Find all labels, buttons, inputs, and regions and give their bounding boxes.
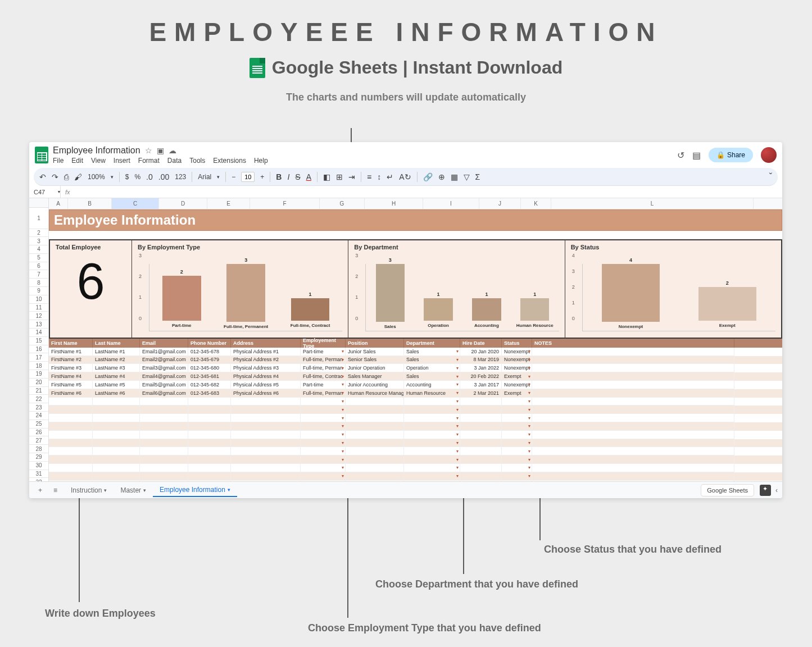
column-header-F[interactable]: F — [250, 198, 320, 209]
share-button[interactable]: 🔒Share — [709, 148, 753, 162]
table-cell[interactable] — [93, 405, 140, 414]
table-cell[interactable]: LastName #6 — [93, 389, 140, 398]
table-cell[interactable] — [49, 398, 93, 406]
table-cell[interactable]: Sales — [404, 372, 460, 381]
table-cell[interactable] — [231, 447, 301, 455]
table-cell[interactable]: Physical Address #2 — [231, 356, 301, 364]
table-cell[interactable] — [460, 398, 502, 406]
table-cell[interactable] — [93, 455, 140, 464]
table-cell[interactable] — [502, 464, 532, 472]
column-header-A[interactable]: A — [49, 198, 68, 209]
percent-icon[interactable]: % — [134, 173, 140, 181]
rotate-icon[interactable]: A↻ — [399, 172, 411, 181]
zoom-selector[interactable]: 100% — [88, 173, 105, 181]
add-sheet-button[interactable]: + — [34, 484, 47, 496]
table-cell[interactable] — [301, 431, 346, 439]
filter-icon[interactable]: ▽ — [464, 172, 470, 181]
table-cell[interactable] — [140, 455, 188, 464]
doc-title[interactable]: Employee Information — [53, 145, 140, 156]
table-cell[interactable]: 3 Jan 2017 — [460, 381, 502, 389]
table-cell[interactable] — [532, 372, 734, 381]
row-header[interactable]: 17 — [29, 353, 48, 362]
column-header-J[interactable]: J — [479, 198, 521, 209]
table-cell[interactable] — [502, 447, 532, 455]
table-cell[interactable] — [460, 431, 502, 439]
comment-icon[interactable]: ▤ — [692, 150, 701, 161]
table-cell[interactable]: Sales — [404, 348, 460, 356]
row-header[interactable]: 6 — [29, 262, 48, 271]
table-cell[interactable] — [231, 439, 301, 448]
table-header-cell[interactable]: Department — [404, 339, 460, 348]
table-cell[interactable] — [346, 405, 404, 414]
table-cell[interactable]: Nonexempt — [502, 348, 532, 356]
table-cell[interactable] — [188, 431, 231, 439]
table-cell[interactable]: Exempt — [502, 372, 532, 381]
menu-view[interactable]: View — [91, 157, 106, 165]
table-cell[interactable] — [404, 455, 460, 464]
table-cell[interactable]: Part-time — [301, 348, 346, 356]
table-cell[interactable] — [532, 447, 734, 455]
table-cell[interactable] — [532, 431, 734, 439]
table-cell[interactable] — [93, 472, 140, 481]
table-cell[interactable] — [188, 422, 231, 431]
table-cell[interactable] — [140, 414, 188, 422]
table-cell[interactable] — [93, 431, 140, 439]
table-cell[interactable] — [231, 464, 301, 472]
table-cell[interactable]: Physical Address #1 — [231, 348, 301, 356]
menu-data[interactable]: Data — [167, 157, 182, 165]
table-row-empty[interactable] — [49, 447, 782, 455]
table-cell[interactable] — [231, 405, 301, 414]
table-cell[interactable] — [188, 398, 231, 406]
table-cell[interactable]: Sales Manager — [346, 372, 404, 381]
table-cell[interactable]: Email2@gmail.com — [140, 356, 188, 364]
table-cell[interactable] — [231, 455, 301, 464]
table-cell[interactable] — [301, 455, 346, 464]
table-cell[interactable]: 2 Mar 2021 — [460, 389, 502, 398]
font-size-input[interactable] — [241, 172, 255, 182]
table-header-cell[interactable]: Phone Number — [188, 339, 231, 348]
table-cell[interactable] — [502, 439, 532, 448]
row-header[interactable]: 25 — [29, 420, 48, 429]
spreadsheet-grid[interactable]: 1234567891011121314151617181920212223242… — [29, 198, 782, 495]
column-header-H[interactable]: H — [365, 198, 423, 209]
table-cell[interactable]: Physical Address #4 — [231, 372, 301, 381]
table-cell[interactable]: Full-time, Perman — [301, 364, 346, 372]
table-cell[interactable] — [346, 447, 404, 455]
table-cell[interactable] — [502, 414, 532, 422]
table-cell[interactable]: LastName #1 — [93, 348, 140, 356]
row-header[interactable]: 7 — [29, 270, 48, 279]
font-size-minus[interactable]: − — [232, 173, 235, 181]
table-cell[interactable] — [502, 405, 532, 414]
table-header-cell[interactable]: First Name — [49, 339, 93, 348]
table-cell[interactable] — [404, 405, 460, 414]
table-cell[interactable] — [188, 472, 231, 481]
table-cell[interactable] — [231, 472, 301, 481]
table-cell[interactable] — [460, 422, 502, 431]
table-cell[interactable] — [346, 455, 404, 464]
table-cell[interactable] — [188, 439, 231, 448]
table-cell[interactable] — [532, 389, 734, 398]
table-header-cell[interactable]: Email — [140, 339, 188, 348]
format-123-icon[interactable]: 123 — [175, 173, 186, 181]
wrap-icon[interactable]: ↵ — [387, 172, 393, 181]
toolbar-more-icon[interactable]: ˇ — [769, 172, 772, 182]
table-cell[interactable]: FirstName #6 — [49, 389, 93, 398]
table-cell[interactable] — [346, 398, 404, 406]
row-header[interactable]: 19 — [29, 370, 48, 379]
table-cell[interactable] — [301, 414, 346, 422]
comment-insert-icon[interactable]: ⊕ — [438, 172, 445, 181]
table-cell[interactable]: Physical Address #3 — [231, 364, 301, 372]
table-cell[interactable] — [460, 439, 502, 448]
column-header-B[interactable]: B — [68, 198, 112, 209]
table-row-empty[interactable] — [49, 439, 782, 448]
table-header-cell[interactable]: NOTES — [532, 339, 734, 348]
table-cell[interactable]: Email1@gmail.com — [140, 348, 188, 356]
table-header-cell[interactable]: Last Name — [93, 339, 140, 348]
menu-format[interactable]: Format — [138, 157, 160, 165]
table-cell[interactable] — [404, 398, 460, 406]
name-box[interactable]: C47▾ — [29, 186, 61, 198]
table-cell[interactable] — [301, 422, 346, 431]
explore-icon[interactable] — [760, 485, 771, 496]
table-cell[interactable] — [93, 464, 140, 472]
table-header-cell[interactable]: Status — [502, 339, 532, 348]
